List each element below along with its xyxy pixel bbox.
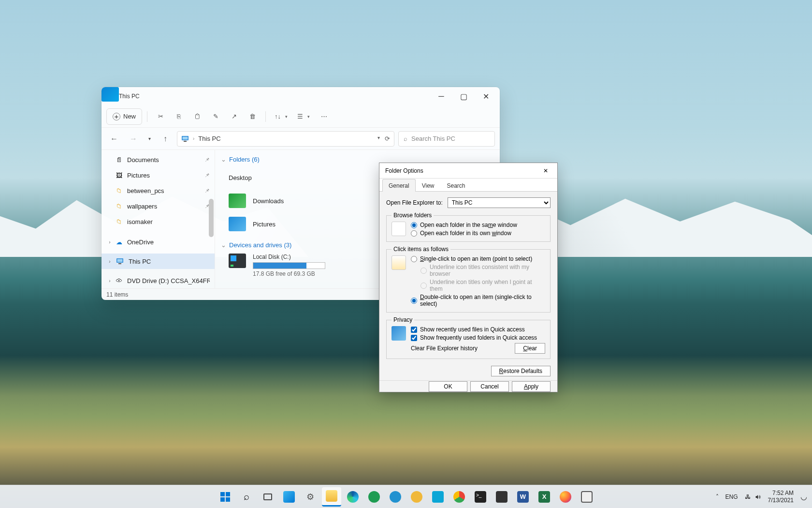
close-button[interactable]: ✕	[475, 87, 497, 105]
open-to-select[interactable]: This PC	[448, 197, 551, 208]
tray-overflow-button[interactable]: ˄	[716, 493, 719, 500]
settings-button[interactable]: ⚙	[301, 487, 320, 507]
widgets-button[interactable]	[279, 487, 299, 507]
up-button[interactable]: ↑	[158, 131, 173, 147]
maximize-button[interactable]: ▢	[452, 87, 475, 105]
rename-button[interactable]: ✎	[207, 108, 224, 125]
sidebar-item-label: isomaker	[127, 218, 153, 225]
gear-icon: ⚙	[306, 492, 314, 502]
language-indicator[interactable]: ENG	[725, 493, 738, 500]
terminal-button[interactable]: >_	[471, 487, 490, 507]
sidebar-item-folder[interactable]: 📁︎ wallpapers 📌︎	[102, 198, 215, 214]
breadcrumb-location[interactable]: This PC	[198, 135, 220, 142]
search-input[interactable]: ⌕ Search This PC	[398, 131, 495, 147]
folder-icon	[326, 490, 337, 502]
back-button[interactable]: ←	[106, 131, 122, 147]
open-to-label: Open File Explorer to:	[386, 199, 443, 206]
checkbox-input[interactable]	[411, 327, 417, 333]
radio-input[interactable]	[411, 222, 417, 228]
taskbar-app[interactable]	[492, 487, 511, 507]
checkbox-recent-files[interactable]: Show recently used files in Quick access	[411, 326, 545, 333]
file-explorer-button[interactable]	[322, 487, 341, 507]
radio-double-click[interactable]: Double-click to open an item (single-cli…	[411, 294, 545, 307]
sidebar-item-label: Documents	[127, 156, 159, 164]
sidebar-item-documents[interactable]: 📄︎ Documents 📌︎	[102, 152, 215, 167]
word-button[interactable]: W	[513, 487, 533, 507]
view-icon: ☰	[297, 113, 303, 120]
dialog-titlebar[interactable]: Folder Options ✕	[379, 163, 557, 179]
section-title: Folders (6)	[229, 156, 260, 163]
firefox-button[interactable]	[556, 487, 575, 507]
clock[interactable]: 7:52 AM 7/13/2021	[768, 490, 794, 504]
checkbox-input[interactable]	[411, 335, 417, 341]
radio-input[interactable]	[411, 298, 417, 304]
taskbar-app[interactable]	[428, 487, 448, 507]
clear-button[interactable]: Clear	[515, 343, 545, 354]
titlebar[interactable]: This PC ─ ▢ ✕	[102, 87, 500, 105]
status-text: 11 items	[106, 291, 128, 298]
radio-single-click[interactable]: Single-click to open an item (point to s…	[411, 255, 545, 262]
apply-button[interactable]: Apply	[512, 381, 551, 392]
share-button[interactable]: ↗	[226, 108, 242, 125]
breadcrumb-separator[interactable]: ›	[193, 136, 194, 141]
section-title: Devices and drives (3)	[229, 241, 291, 249]
chrome-button[interactable]	[450, 487, 469, 507]
task-view-button[interactable]	[258, 487, 277, 507]
sidebar-item-onedrive[interactable]: › ☁ OneDrive	[102, 234, 215, 250]
checkbox-frequent-folders[interactable]: Show frequently used folders in Quick ac…	[411, 334, 545, 341]
system-tray: ˄ ENG 🖧︎ 🔊︎ 7:52 AM 7/13/2021 ◡	[716, 490, 807, 504]
new-button[interactable]: + New	[106, 108, 142, 125]
dialog-close-button[interactable]: ✕	[538, 163, 553, 179]
radio-input[interactable]	[411, 256, 417, 262]
search-button[interactable]: ⌕	[237, 487, 256, 507]
taskbar-app[interactable]	[364, 487, 384, 507]
sidebar-item-folder[interactable]: 📁︎ between_pcs 📌︎	[102, 183, 215, 198]
sidebar-item-folder[interactable]: 📁︎ isomaker	[102, 214, 215, 229]
cut-button[interactable]: ✂	[152, 108, 169, 125]
tab-search[interactable]: Search	[441, 179, 472, 192]
address-bar[interactable]: › This PC ▾ ⟳	[177, 131, 394, 147]
svg-rect-11	[220, 497, 225, 502]
radio-same-window[interactable]: Open each folder in the same window	[411, 222, 545, 228]
dialog-title: Folder Options	[385, 167, 423, 174]
radio-input[interactable]	[411, 230, 417, 237]
share-icon: ↗	[232, 113, 237, 120]
start-button[interactable]	[216, 487, 235, 507]
cancel-button[interactable]: Cancel	[470, 381, 509, 392]
network-icon[interactable]: 🖧︎	[745, 493, 751, 500]
radio-own-window[interactable]: Open each folder in its own window	[411, 230, 545, 237]
more-button[interactable]: ⋯	[316, 108, 332, 125]
minimize-button[interactable]: ─	[430, 87, 452, 105]
refresh-button[interactable]: ⟳	[385, 135, 390, 142]
delete-button[interactable]: 🗑︎	[244, 108, 261, 125]
view-button[interactable]: ☰▾	[293, 108, 314, 125]
tab-view[interactable]: View	[416, 179, 441, 192]
paste-icon: 📋︎	[194, 113, 201, 120]
taskbar-app[interactable]	[386, 487, 405, 507]
address-dropdown[interactable]: ▾	[377, 135, 380, 142]
taskbar-app[interactable]	[407, 487, 426, 507]
paste-button[interactable]: 📋︎	[189, 108, 205, 125]
expander-icon[interactable]: ›	[106, 239, 113, 245]
taskbar-app[interactable]	[577, 487, 596, 507]
sidebar-item-pictures[interactable]: 🖼︎ Pictures 📌︎	[102, 167, 215, 183]
excel-button[interactable]: X	[535, 487, 554, 507]
expander-icon[interactable]: ›	[106, 278, 113, 284]
sidebar-scrollbar[interactable]	[209, 151, 214, 287]
sidebar-item-this-pc[interactable]: › This PC	[102, 254, 215, 269]
expander-icon[interactable]: ›	[106, 259, 113, 264]
edge-button[interactable]	[343, 487, 362, 507]
restore-defaults-button[interactable]: Restore Defaults	[491, 366, 551, 376]
recent-locations-button[interactable]: ▾	[145, 131, 154, 147]
sort-button[interactable]: ↑↓▾	[271, 108, 291, 125]
notifications-button[interactable]: ◡	[800, 492, 807, 501]
forward-button[interactable]: →	[126, 131, 141, 147]
sidebar-item-dvd[interactable]: › 💿︎ DVD Drive (D:) CCSA_X64FRE_EN-U	[102, 273, 215, 288]
copy-button[interactable]: ⎘	[171, 108, 187, 125]
volume-icon[interactable]: 🔊︎	[755, 493, 761, 500]
ok-button[interactable]: OK	[429, 381, 467, 392]
delete-icon: 🗑︎	[249, 113, 256, 120]
downloads-folder-icon	[229, 194, 246, 208]
svg-rect-9	[220, 492, 225, 496]
tab-general[interactable]: General	[382, 179, 416, 192]
